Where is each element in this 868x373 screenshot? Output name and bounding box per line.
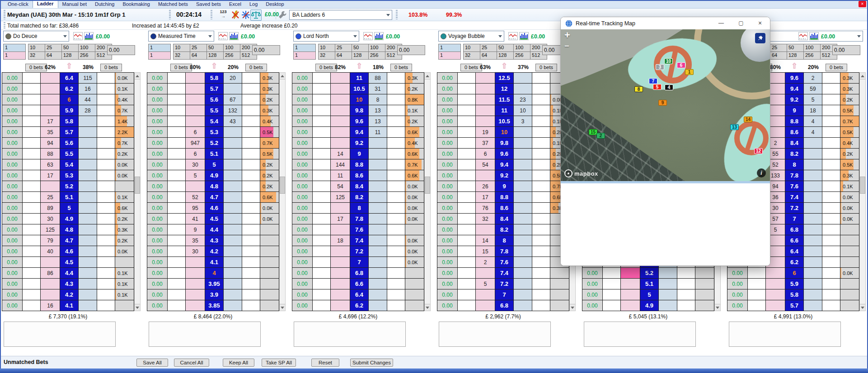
bet-cell[interactable]: 0.00 bbox=[2, 72, 23, 84]
spare-cell[interactable] bbox=[312, 170, 331, 181]
bet-cell[interactable]: 0.00 bbox=[437, 137, 458, 149]
lay-volume-cell[interactable] bbox=[803, 224, 822, 235]
spare-cell[interactable] bbox=[167, 278, 186, 289]
spare-cell[interactable] bbox=[532, 213, 550, 224]
back-volume-cell[interactable] bbox=[475, 300, 495, 311]
lay-volume-cell[interactable] bbox=[223, 191, 242, 203]
spare-cell[interactable] bbox=[97, 256, 115, 268]
stake-button-25[interactable]: 25 bbox=[335, 44, 352, 52]
bet-cell[interactable]: 0.00 bbox=[582, 300, 603, 311]
back-volume-cell[interactable] bbox=[475, 94, 495, 105]
lay-volume-cell[interactable]: 11 bbox=[368, 126, 387, 138]
spare-cell[interactable] bbox=[167, 159, 186, 170]
spare-cell[interactable] bbox=[822, 289, 840, 300]
spare-cell[interactable] bbox=[97, 170, 115, 181]
back-volume-cell[interactable]: 86 bbox=[40, 267, 60, 279]
back-volume-cell[interactable]: 17 bbox=[330, 213, 350, 224]
lay-volume-cell[interactable]: 31 bbox=[368, 83, 387, 94]
lay-volume-cell[interactable] bbox=[658, 278, 677, 289]
spare-cell[interactable] bbox=[242, 278, 260, 289]
scrollbar-thumb[interactable] bbox=[860, 177, 865, 194]
lay-volume-cell[interactable] bbox=[368, 202, 387, 214]
lay-volume-cell[interactable] bbox=[223, 256, 242, 268]
stake-button-256[interactable]: 256 bbox=[513, 51, 530, 60]
lay-volume-cell[interactable] bbox=[803, 213, 822, 224]
lay-volume-cell[interactable] bbox=[513, 72, 532, 84]
stake-amount-display[interactable]: 0.00 bbox=[252, 45, 280, 55]
lay-volume-cell[interactable] bbox=[78, 246, 97, 257]
spare-cell[interactable] bbox=[312, 267, 331, 279]
bet-cell[interactable]: 0.00 bbox=[2, 83, 23, 94]
bet-cell[interactable]: 0.00 bbox=[2, 289, 23, 300]
back-volume-cell[interactable]: 11 bbox=[330, 170, 350, 181]
spare-cell[interactable] bbox=[22, 256, 41, 268]
back-volume-cell[interactable] bbox=[185, 267, 205, 279]
spare-cell[interactable] bbox=[822, 213, 840, 224]
lay-volume-cell[interactable] bbox=[223, 289, 242, 300]
lay-volume-cell[interactable] bbox=[513, 148, 532, 159]
spare-cell[interactable] bbox=[532, 181, 550, 192]
lay-volume-cell[interactable] bbox=[803, 170, 822, 181]
bet-cell[interactable]: 0.00 bbox=[727, 278, 748, 289]
back-volume-cell[interactable]: 41 bbox=[185, 213, 205, 224]
stake-button-10[interactable]: 10 bbox=[318, 44, 335, 52]
runner-select[interactable]: Voyage Bubble bbox=[438, 31, 504, 42]
freeze-off-icon[interactable] bbox=[241, 10, 251, 20]
bet-cell[interactable]: 0.00 bbox=[2, 137, 23, 149]
spare-cell[interactable] bbox=[532, 126, 550, 138]
map-title-bar[interactable]: Real-time Tracking Map — ▢ × bbox=[561, 17, 770, 29]
back-volume-cell[interactable] bbox=[330, 224, 350, 235]
stake-button-256[interactable]: 256 bbox=[223, 51, 240, 60]
close-window-button[interactable]: × bbox=[859, 1, 866, 7]
spare-cell[interactable] bbox=[242, 94, 260, 105]
spare-cell[interactable] bbox=[822, 224, 840, 235]
bet-cell[interactable]: 0.00 bbox=[2, 181, 23, 192]
lay-volume-cell[interactable]: 18 bbox=[803, 105, 822, 116]
spare-cell[interactable] bbox=[242, 83, 260, 94]
spare-cell[interactable] bbox=[167, 126, 186, 138]
lay-volume-cell[interactable] bbox=[223, 202, 242, 214]
stake-button-128[interactable]: 128 bbox=[206, 51, 224, 60]
spare-cell[interactable] bbox=[532, 267, 550, 279]
lay-volume-cell[interactable] bbox=[513, 202, 532, 214]
bet-cell[interactable]: 0.00 bbox=[727, 267, 748, 279]
back-volume-cell[interactable] bbox=[40, 105, 60, 116]
spare-cell[interactable] bbox=[167, 137, 186, 149]
spare-cell[interactable] bbox=[97, 137, 115, 149]
spare-cell[interactable] bbox=[457, 72, 476, 84]
spare-cell[interactable] bbox=[387, 72, 405, 84]
back-volume-cell[interactable] bbox=[185, 289, 205, 300]
spare-cell[interactable] bbox=[532, 246, 550, 257]
bet-cell[interactable]: 0.00 bbox=[437, 267, 458, 279]
back-volume-cell[interactable] bbox=[185, 116, 205, 127]
back-volume-cell[interactable] bbox=[40, 181, 60, 192]
back-volume-cell[interactable]: 94 bbox=[40, 137, 60, 149]
spare-cell[interactable] bbox=[22, 137, 41, 149]
back-volume-cell[interactable]: 17 bbox=[40, 170, 60, 181]
lay-volume-cell[interactable] bbox=[78, 256, 97, 268]
back-volume-cell[interactable]: 6 bbox=[185, 126, 205, 138]
spare-cell[interactable] bbox=[532, 224, 550, 235]
close-map-button[interactable]: × bbox=[751, 17, 769, 29]
stake-button-25[interactable]: 25 bbox=[480, 44, 497, 52]
spare-cell[interactable] bbox=[457, 289, 476, 300]
tab-ladder[interactable]: Ladder bbox=[33, 0, 58, 8]
lay-volume-cell[interactable] bbox=[78, 126, 97, 138]
lay-volume-cell[interactable] bbox=[513, 159, 532, 170]
ladder-scrollbar[interactable] bbox=[134, 72, 141, 311]
back-volume-cell[interactable] bbox=[185, 94, 205, 105]
bet-cell[interactable]: 0.00 bbox=[147, 170, 168, 181]
spare-cell[interactable] bbox=[677, 267, 695, 279]
spare-cell[interactable] bbox=[387, 256, 405, 268]
spare-cell[interactable] bbox=[822, 246, 840, 257]
spare-cell[interactable] bbox=[532, 148, 550, 159]
bet-cell[interactable]: 0.00 bbox=[437, 224, 458, 235]
back-volume-cell[interactable]: 17 bbox=[40, 116, 60, 127]
cancel-all-button[interactable]: Cancel All bbox=[174, 359, 209, 367]
drag-handle[interactable] bbox=[169, 10, 171, 19]
take-sp-all-button[interactable]: Take SP All bbox=[262, 359, 296, 367]
back-volume-cell[interactable] bbox=[765, 289, 785, 300]
spare-cell[interactable] bbox=[532, 159, 550, 170]
volume-chart-icon[interactable] bbox=[229, 32, 239, 40]
lay-volume-cell[interactable] bbox=[368, 289, 387, 300]
